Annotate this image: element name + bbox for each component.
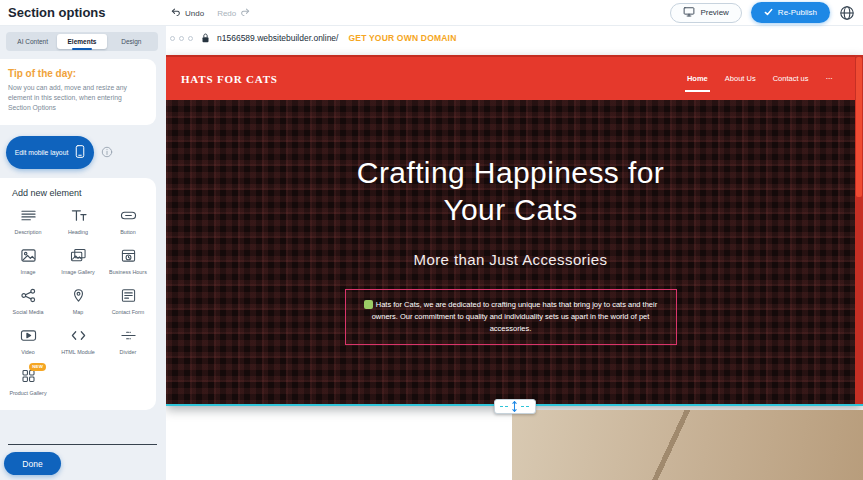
nav-home[interactable]: Home — [687, 57, 708, 100]
get-domain-link[interactable]: GET YOUR OWN DOMAIN — [348, 33, 456, 43]
lock-icon — [201, 33, 210, 43]
element-item-business-hours[interactable]: Business Hours — [103, 248, 153, 276]
tab-design[interactable]: Design — [107, 34, 156, 49]
browser-address-bar: n1566589.websitebuilder.online/ GET YOUR… — [170, 33, 456, 43]
sand-image — [512, 410, 863, 480]
hero-body-text: Hats for Cats, we are dedicated to craft… — [372, 300, 658, 333]
element-item-social-media[interactable]: Social Media — [3, 288, 53, 316]
tab-ai-content[interactable]: AI Content — [8, 34, 57, 49]
done-button[interactable]: Done — [4, 452, 61, 475]
preview-label: Preview — [700, 8, 728, 17]
edit-mobile-layout-button[interactable]: Edit mobile layout — [6, 136, 94, 169]
nav-contact-us[interactable]: Contact us — [773, 57, 809, 100]
redo-label: Redo — [217, 9, 236, 18]
element-item-contact-form[interactable]: Contact Form — [103, 288, 153, 316]
business-hours-icon — [120, 248, 137, 266]
hero-text-box[interactable]: Hats for Cats, we are dedicated to craft… — [345, 289, 677, 345]
sidebar-divider — [8, 444, 157, 445]
window-dot-icon — [170, 36, 175, 41]
element-item-html-module[interactable]: HTML Module — [53, 328, 103, 356]
undo-redo-group: Undo Redo — [170, 0, 251, 26]
redo-icon — [240, 7, 251, 19]
site-header: HATS FOR CATS Home About Us Contact us ⋯ — [166, 55, 863, 100]
heading-icon — [70, 208, 87, 226]
element-item-description[interactable]: Description — [3, 208, 53, 236]
tip-of-the-day: Tip of the day: Now you can add, move an… — [0, 59, 156, 125]
element-item-product-gallery[interactable]: NEW Product Gallery — [3, 368, 53, 397]
check-icon — [764, 8, 773, 18]
republish-label: Re-Publish — [778, 8, 817, 17]
sidebar-tabs: AI Content Elements Design — [6, 32, 158, 51]
map-pin-icon — [70, 288, 87, 306]
tip-title: Tip of the day: — [8, 68, 146, 79]
element-item-map[interactable]: Map — [53, 288, 103, 316]
topbar-actions: Preview Re-Publish — [670, 2, 855, 23]
main-preview-area: n1566589.websitebuilder.online/ GET YOUR… — [166, 26, 863, 480]
element-item-image-gallery[interactable]: Image Gallery — [53, 248, 103, 276]
hero-heading: Crafting Happiness for Your Cats — [338, 155, 683, 228]
globe-icon[interactable] — [839, 5, 855, 21]
nav-about-us[interactable]: About Us — [725, 57, 756, 100]
nav-more-menu[interactable]: ⋯ — [826, 57, 834, 100]
preview-button[interactable]: Preview — [670, 3, 741, 23]
divider-icon — [120, 328, 137, 346]
resize-arrows-icon — [510, 400, 519, 413]
description-icon — [20, 208, 37, 226]
hero-subheading: More than Just Accessories — [166, 251, 855, 268]
element-item-image[interactable]: Image — [3, 248, 53, 276]
image-gallery-icon — [70, 248, 87, 266]
site-nav: Home About Us Contact us ⋯ — [687, 57, 863, 100]
video-icon — [20, 328, 37, 346]
undo-button[interactable]: Undo — [170, 7, 204, 19]
edit-mobile-row: Edit mobile layout — [6, 136, 158, 169]
window-dot-icon — [179, 36, 184, 41]
undo-icon — [170, 7, 181, 19]
info-icon[interactable] — [101, 146, 113, 158]
button-icon — [120, 208, 137, 226]
sidebar: AI Content Elements Design Tip of the da… — [0, 26, 166, 480]
phone-icon — [75, 144, 85, 160]
share-icon — [20, 288, 37, 306]
republish-button[interactable]: Re-Publish — [751, 2, 830, 23]
hero-section[interactable]: Crafting Happiness for Your Cats More th… — [166, 100, 855, 406]
element-item-heading[interactable]: Heading — [53, 208, 103, 236]
redo-button[interactable]: Redo — [217, 7, 251, 19]
tip-body: Now you can add, move and resize any ele… — [8, 83, 140, 113]
element-item-divider[interactable]: Divider — [103, 328, 153, 356]
image-icon — [20, 248, 37, 266]
section-resize-handle[interactable] — [494, 399, 536, 414]
window-dot-icon — [188, 36, 193, 41]
code-icon — [70, 328, 87, 346]
new-badge: NEW — [29, 363, 46, 371]
element-grid: Description Heading Button Image Image G… — [3, 208, 153, 397]
dash-icon — [521, 406, 529, 407]
tab-elements[interactable]: Elements — [57, 34, 106, 49]
scrollbar-thumb[interactable] — [856, 57, 862, 197]
add-element-panel: Add new element Description Heading Butt… — [0, 178, 156, 410]
site-url: n1566589.websitebuilder.online/ — [217, 33, 338, 43]
dash-icon — [500, 406, 508, 407]
contact-form-icon — [120, 288, 137, 306]
site-scrollbar[interactable] — [855, 55, 863, 406]
undo-label: Undo — [185, 9, 204, 18]
element-item-button[interactable]: Button — [103, 208, 153, 236]
element-item-video[interactable]: Video — [3, 328, 53, 356]
topbar: Section options Undo Redo Preview Re-P — [0, 0, 863, 26]
add-element-title: Add new element — [12, 188, 153, 198]
site-frame: HATS FOR CATS Home About Us Contact us ⋯… — [166, 55, 863, 406]
site-logo[interactable]: HATS FOR CATS — [181, 73, 278, 85]
green-chip-icon — [364, 300, 373, 309]
page-title: Section options — [8, 5, 106, 20]
edit-mobile-label: Edit mobile layout — [15, 149, 69, 156]
monitor-icon — [683, 6, 695, 19]
